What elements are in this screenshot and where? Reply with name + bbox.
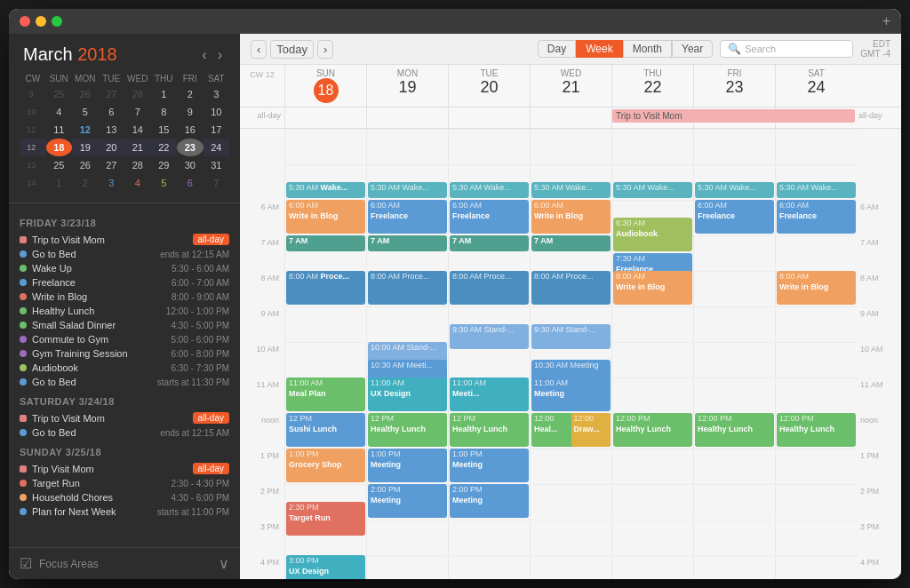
cal-event-meet11-wed[interactable]: 11:00 AMMeeting bbox=[531, 377, 611, 411]
cal-event-process-sun[interactable]: 8:00 AM Proce... bbox=[286, 271, 365, 305]
cal-event-meal-sun[interactable]: 11:00 AMMeal Plan bbox=[286, 377, 365, 411]
mini-day[interactable]: 28 bbox=[124, 156, 151, 174]
cal-event-process-wed[interactable]: 8:00 AM Proce... bbox=[531, 271, 611, 305]
cal-event-meet-tue[interactable]: 1:00 PMMeeting bbox=[450, 449, 529, 482]
cal-event-meet2-mon[interactable]: 2:00 PMMeeting bbox=[368, 484, 447, 518]
mini-day[interactable]: 11 bbox=[46, 121, 73, 139]
cal-event-process-tue[interactable]: 8:00 AM Proce... bbox=[450, 271, 529, 305]
mini-day[interactable]: 25 bbox=[46, 85, 73, 103]
cal-event-wake-mon[interactable]: 5:30 AM Wake... bbox=[368, 182, 447, 198]
mini-day[interactable]: 30 bbox=[177, 156, 204, 174]
list-item[interactable]: Go to Bed ends at 12:15 AM bbox=[20, 425, 229, 440]
cal-event-wake-fri[interactable]: 5:30 AM Wake... bbox=[695, 182, 774, 198]
cal-event-free-sat[interactable]: 6:00 AMFreelance bbox=[777, 200, 856, 234]
cal-event-7am-sun[interactable]: 7 AM bbox=[286, 235, 365, 251]
cal-event-ux-tue[interactable]: 11:00 AMMeeti... bbox=[450, 377, 529, 411]
cal-event-freelance-mon[interactable]: 6:00 AMFreelance bbox=[368, 200, 447, 234]
mini-day[interactable]: 26 bbox=[72, 156, 99, 174]
cal-event-freelance-tue[interactable]: 6:00 AMFreelance bbox=[450, 200, 529, 234]
cal-event-wakeup-sun[interactable]: 5:30 AM Wake... bbox=[286, 182, 365, 198]
cal-event-7am-wed[interactable]: 7 AM bbox=[531, 235, 611, 251]
allday-event-trip-mom[interactable]: Trip to Visit Mom bbox=[612, 109, 855, 123]
mini-day-23[interactable]: 23 bbox=[177, 139, 204, 156]
list-item[interactable]: Commute to Gym 5:00 - 6:00 PM bbox=[20, 332, 229, 346]
cal-event-wake-thu[interactable]: 5:30 AM Wake... bbox=[613, 182, 692, 198]
close-button[interactable] bbox=[20, 16, 30, 27]
search-input[interactable]: 🔍 Search bbox=[720, 40, 853, 58]
list-item[interactable]: Healthy Lunch 12:00 - 1:00 PM bbox=[20, 304, 229, 318]
cal-event-stand-tue[interactable]: 9:30 AM Stand-... bbox=[450, 324, 529, 349]
view-day-button[interactable]: Day bbox=[538, 40, 576, 58]
cal-event-meet1-mon[interactable]: 1:00 PMMeeting bbox=[368, 449, 447, 482]
cal-event-process-mon[interactable]: 8:00 AM Proce... bbox=[368, 271, 447, 305]
minimize-button[interactable] bbox=[36, 16, 46, 27]
cal-event-writeblog-sun[interactable]: 6:00 AMWrite in Blog bbox=[286, 200, 365, 234]
week-header-sun[interactable]: SUN 18 bbox=[284, 65, 366, 107]
cal-event-lunch-tue[interactable]: 12 PMHealthy Lunch bbox=[450, 413, 529, 447]
week-header-mon[interactable]: MON 19 bbox=[366, 65, 448, 107]
mini-day[interactable]: 21 bbox=[124, 139, 151, 156]
cal-event-wake-wed[interactable]: 5:30 AM Wake... bbox=[531, 182, 611, 198]
cal-event-draw-wed[interactable]: 12:00Draw... bbox=[571, 413, 611, 447]
mini-day[interactable]: 15 bbox=[151, 121, 178, 139]
cal-event-target-sun[interactable]: 2:30 PMTarget Run bbox=[286, 502, 365, 536]
mini-day[interactable]: 1 bbox=[46, 174, 73, 192]
mini-day[interactable]: 31 bbox=[204, 156, 230, 174]
cal-event-free-fri[interactable]: 6:00 AMFreelance bbox=[695, 200, 774, 234]
cal-prev-button[interactable]: ‹ bbox=[251, 40, 267, 59]
cal-event-wake-tue[interactable]: 5:30 AM Wake... bbox=[450, 182, 529, 198]
cal-next-button[interactable]: › bbox=[317, 40, 333, 59]
list-item[interactable]: Audiobook 6:30 - 7:30 PM bbox=[20, 361, 229, 375]
list-item[interactable]: Small Salad Dinner 4:30 - 5:00 PM bbox=[20, 318, 229, 332]
week-header-thu[interactable]: THU 22 bbox=[611, 65, 693, 107]
list-item[interactable]: Household Chores 4:30 - 6:00 PM bbox=[20, 490, 229, 505]
cal-event-ux-sun[interactable]: 3:00 PMUX Design bbox=[286, 555, 365, 579]
cal-event-sushi-sun[interactable]: 12 PMSushi Lunch bbox=[286, 413, 365, 447]
mini-day[interactable]: 6 bbox=[177, 174, 204, 192]
week-header-fri[interactable]: FRI 23 bbox=[693, 65, 775, 107]
cal-event-stand-wed[interactable]: 9:30 AM Stand-... bbox=[531, 324, 611, 349]
cal-event-audio-thu[interactable]: 6:30 AMAudiobook bbox=[613, 218, 692, 251]
cal-event-lunch-mon[interactable]: 12 PMHealthy Lunch bbox=[368, 413, 447, 447]
mini-day[interactable]: 24 bbox=[204, 139, 230, 156]
mini-day[interactable]: 26 bbox=[72, 85, 99, 103]
mini-day[interactable]: 8 bbox=[151, 103, 178, 121]
mini-day[interactable]: 1 bbox=[151, 85, 178, 103]
mini-day[interactable]: 20 bbox=[99, 139, 125, 156]
mini-day[interactable]: 9 bbox=[177, 103, 204, 121]
list-item[interactable]: Trip Visit Mom all-day bbox=[20, 461, 229, 476]
view-week-button[interactable]: Week bbox=[576, 40, 622, 58]
mini-day[interactable]: 17 bbox=[204, 121, 230, 139]
cal-event-lunch-thu[interactable]: 12:00 PMHealthy Lunch bbox=[613, 413, 692, 447]
mini-day[interactable]: 10 bbox=[204, 103, 230, 121]
cal-event-grocery-sun[interactable]: 1:00 PMGrocery Shop bbox=[286, 449, 365, 482]
mini-day[interactable]: 27 bbox=[99, 85, 125, 103]
cal-event-blog-wed[interactable]: 6:00 AMWrite in Blog bbox=[531, 200, 611, 234]
mini-day[interactable]: 12 bbox=[72, 121, 99, 139]
mini-day[interactable]: 7 bbox=[124, 103, 151, 121]
mini-day[interactable]: 2 bbox=[72, 174, 99, 192]
cal-event-write-sat[interactable]: 8:00 AMWrite in Blog bbox=[777, 271, 856, 305]
add-calendar-button[interactable]: + bbox=[882, 13, 890, 29]
sidebar-next-month[interactable]: › bbox=[214, 45, 226, 65]
mini-day[interactable]: 3 bbox=[204, 85, 230, 103]
mini-day[interactable]: 22 bbox=[151, 139, 178, 156]
focus-areas-label[interactable]: Focus Areas bbox=[39, 558, 99, 570]
list-item[interactable]: Go to Bed starts at 11:30 PM bbox=[20, 375, 229, 389]
week-header-wed[interactable]: WED 21 bbox=[530, 65, 611, 107]
mini-day[interactable]: 25 bbox=[46, 156, 73, 174]
list-item[interactable]: Freelance 6:00 - 7:00 AM bbox=[20, 275, 229, 290]
cal-event-lunch-fri[interactable]: 12:00 PMHealthy Lunch bbox=[695, 413, 774, 447]
mini-day-18[interactable]: 18 bbox=[46, 139, 73, 156]
list-item[interactable]: Go to Bed ends at 12:15 AM bbox=[20, 247, 229, 261]
list-item[interactable]: Plan for Next Week starts at 11:00 PM bbox=[20, 505, 229, 519]
mini-day[interactable]: 14 bbox=[124, 121, 151, 139]
cal-event-meet2-tue[interactable]: 2:00 PMMeeting bbox=[450, 484, 529, 518]
cal-event-7am-tue[interactable]: 7 AM bbox=[450, 235, 529, 251]
list-item[interactable]: Trip to Visit Mom all-day bbox=[20, 410, 229, 425]
cal-today-button[interactable]: Today bbox=[270, 40, 314, 59]
cal-event-ux-mon[interactable]: 11:00 AMUX Design bbox=[368, 377, 447, 411]
view-year-button[interactable]: Year bbox=[672, 40, 713, 58]
maximize-button[interactable] bbox=[52, 16, 62, 27]
sidebar-prev-month[interactable]: ‹ bbox=[198, 45, 210, 65]
